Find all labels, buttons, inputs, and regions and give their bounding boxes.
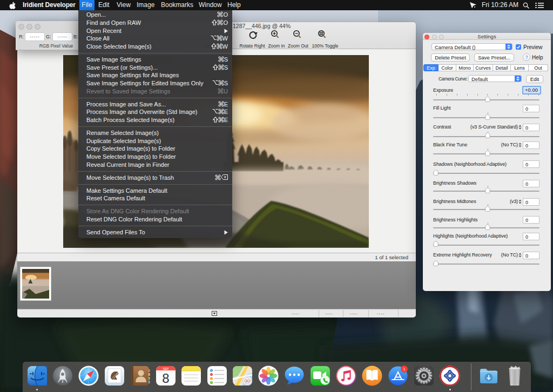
svg-text:SEP: SEP — [163, 367, 168, 370]
svg-text:3D: 3D — [245, 379, 250, 383]
svg-text:1: 1 — [403, 367, 406, 371]
svg-text:8: 8 — [162, 371, 169, 386]
